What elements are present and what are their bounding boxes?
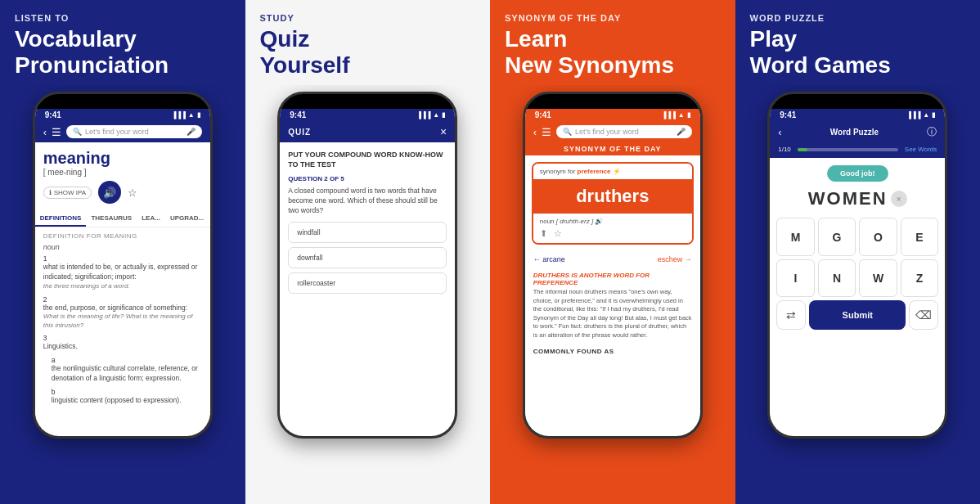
search-bar-3[interactable]: 🔍 Let's find your word 🎤: [556, 125, 692, 138]
panel-3-title: LearnNew Synonyms: [505, 26, 721, 79]
phone-4-container: 9:41 ▐▐▐ ▲ ▮ ‹ Word Puzzle ⓘ 1/10: [735, 85, 981, 504]
sound-button[interactable]: 🔊: [98, 181, 121, 204]
panel-wordpuzzle: WORD PUZZLE PlayWord Games 9:41 ▐▐▐ ▲ ▮ …: [735, 0, 981, 504]
letter-W[interactable]: W: [859, 259, 897, 298]
panel-4-sublabel: WORD PUZZLE: [750, 13, 966, 23]
tab-definitions[interactable]: DEFINITIONS: [35, 211, 87, 227]
wifi-icon-4: ▲: [923, 111, 929, 119]
p1-nav: ‹ ☰ 🔍 Let's find your word 🎤: [35, 121, 210, 142]
p3-nav: ‹ ☰ 🔍 Let's find your word 🎤: [525, 121, 700, 142]
hamburger-menu-1[interactable]: ☰: [52, 126, 61, 138]
panel-4-header: WORD PUZZLE PlayWord Games: [735, 0, 981, 85]
def-text-1: what is intended to be, or actually is, …: [43, 263, 202, 282]
letter-N[interactable]: N: [818, 259, 856, 298]
puzzle-screen: Good job! WOMEN × M G O E I N W Z: [770, 158, 945, 336]
time-3: 9:41: [535, 110, 551, 119]
search-icon-1: 🔍: [73, 128, 82, 136]
progress-counter: 1/10: [778, 146, 791, 153]
letter-I[interactable]: I: [776, 259, 815, 298]
signal-icon-2: ▐▐▐: [416, 111, 430, 119]
delete-button[interactable]: ⌫: [909, 300, 938, 330]
word-section-1: meaning [ mee-ning ] ℹ SHOW IPA 🔊 ☆: [35, 142, 210, 211]
def-text-a: the nonlinguistic cultural correlate, re…: [52, 364, 202, 384]
synonym-description: DRUTHERS IS ANOTHER WORD FOR PREFERENCE …: [525, 268, 700, 344]
def-num-1: 1: [43, 254, 202, 263]
info-icon[interactable]: ⓘ: [927, 125, 937, 139]
lightning-icon: ⚡: [613, 168, 621, 175]
sotd-bar: SYNONYM OF THE DAY: [525, 142, 700, 155]
p2-nav: QUIZ ×: [280, 121, 455, 142]
quiz-title: PUT YOUR COMPOUND WORD KNOW-HOW TO THE T…: [288, 151, 447, 169]
commonly-found: COMMONLY FOUND AS: [525, 344, 700, 359]
shuffle-button[interactable]: ⇄: [776, 300, 806, 330]
phone-1-container: 9:41 ▐▐▐ ▲ ▮ ‹ ☰ 🔍 Let's find your word …: [0, 85, 245, 504]
current-word-display: WOMEN ×: [776, 188, 938, 209]
quiz-screen: PUT YOUR COMPOUND WORD KNOW-HOW TO THE T…: [280, 142, 455, 306]
letter-M[interactable]: M: [776, 218, 815, 256]
bookmark-icon[interactable]: ☆: [128, 187, 137, 199]
pos-label: noun: [43, 243, 202, 251]
search-placeholder-1: Let's find your word: [85, 128, 149, 136]
synonym-card-footer: noun [ druhth-erz ] 🔊 ⬆ ☆: [533, 214, 692, 243]
quiz-option-1[interactable]: windfall: [288, 222, 447, 243]
ipa-button[interactable]: ℹ SHOW IPA: [43, 187, 92, 199]
submit-button[interactable]: Submit: [809, 300, 906, 330]
phone-3-screen: 9:41 ▐▐▐ ▲ ▮ ‹ ☰ 🔍 Let's find your word …: [525, 109, 700, 436]
tab-thesaurus[interactable]: THESAURUS: [86, 211, 137, 227]
phone-3: 9:41 ▐▐▐ ▲ ▮ ‹ ☰ 🔍 Let's find your word …: [523, 92, 703, 439]
synonym-pos: noun [ druhth-erz ] 🔊: [540, 218, 686, 225]
signal-icon-4: ▐▐▐: [906, 111, 920, 119]
def-example-1: the three meanings of a word.: [43, 282, 202, 290]
status-icons-4: ▐▐▐ ▲ ▮: [906, 111, 935, 119]
clear-word-button[interactable]: ×: [891, 191, 907, 207]
letter-G[interactable]: G: [818, 218, 856, 256]
quiz-option-2[interactable]: downfall: [288, 247, 447, 268]
back-arrow-3[interactable]: ‹: [533, 126, 537, 138]
def-item-1: 1 what is intended to be, or actually is…: [43, 254, 202, 290]
see-words-link[interactable]: See Words: [905, 146, 937, 153]
progress-fill: [798, 148, 807, 151]
def-item-3: 3 Linguistics.: [43, 334, 202, 352]
phone-2-container: 9:41 ▐▐▐ ▲ ▮ QUIZ × PUT YOUR COMPOUND WO…: [245, 85, 491, 504]
letter-Z[interactable]: Z: [901, 259, 939, 298]
tab-upgrade[interactable]: UPGRAD...: [165, 211, 209, 227]
quiz-option-3[interactable]: rollercoaster: [288, 272, 447, 294]
def-sub-b: b linguistic content (opposed to express…: [52, 388, 202, 406]
letter-E[interactable]: E: [901, 218, 939, 256]
wifi-icon-2: ▲: [433, 111, 439, 119]
def-text-b: linguistic content (opposed to expressio…: [52, 396, 202, 406]
battery-icon-3: ▮: [687, 111, 690, 119]
search-bar-1[interactable]: 🔍 Let's find your word 🎤: [66, 125, 202, 138]
def-num-b: b: [52, 388, 202, 396]
letter-O[interactable]: O: [859, 218, 897, 256]
wifi-icon-3: ▲: [678, 111, 685, 119]
search-placeholder-3: Let's find your word: [575, 128, 639, 136]
share-icon[interactable]: ⬆: [540, 228, 547, 239]
prev-word[interactable]: ← arcane: [533, 255, 565, 263]
definition-area: DEFINITION FOR MEANING noun 1 what is in…: [35, 227, 210, 414]
sound-icon-3[interactable]: 🔊: [595, 218, 603, 225]
back-arrow-4[interactable]: ‹: [778, 126, 781, 138]
letter-grid: M G O E I N W Z: [776, 218, 938, 297]
time-4: 9:41: [780, 110, 796, 119]
preference-link[interactable]: preference: [578, 168, 611, 175]
quiz-nav-label: QUIZ: [288, 128, 311, 137]
def-num-a: a: [52, 356, 202, 364]
tab-learn[interactable]: LEA...: [137, 211, 165, 227]
def-example-2: What is the meaning of life? What is the…: [43, 313, 202, 330]
phone-4-notch: [829, 94, 886, 109]
hamburger-3[interactable]: ☰: [542, 126, 551, 138]
desc-title: DRUTHERS IS ANOTHER WORD FOR PREFERENCE: [533, 272, 692, 286]
desc-text: The informal noun druthers means "one's …: [533, 288, 692, 340]
def-sub-a: a the nonlinguistic cultural correlate, …: [52, 356, 202, 384]
star-icon-3[interactable]: ☆: [554, 228, 562, 239]
pronunciation-1: [ mee-ning ]: [43, 168, 202, 177]
close-button[interactable]: ×: [440, 125, 447, 138]
back-arrow-1[interactable]: ‹: [43, 126, 47, 138]
next-word[interactable]: eschew →: [658, 255, 692, 263]
synonym-for-label: synonym for preference ⚡: [533, 164, 692, 179]
phone-4: 9:41 ▐▐▐ ▲ ▮ ‹ Word Puzzle ⓘ 1/10: [767, 92, 947, 439]
panel-3-sublabel: SYNONYM OF THE DAY: [505, 13, 721, 23]
word-actions-1: ℹ SHOW IPA 🔊 ☆: [43, 181, 202, 204]
status-icons-1: ▐▐▐ ▲ ▮: [172, 111, 200, 119]
